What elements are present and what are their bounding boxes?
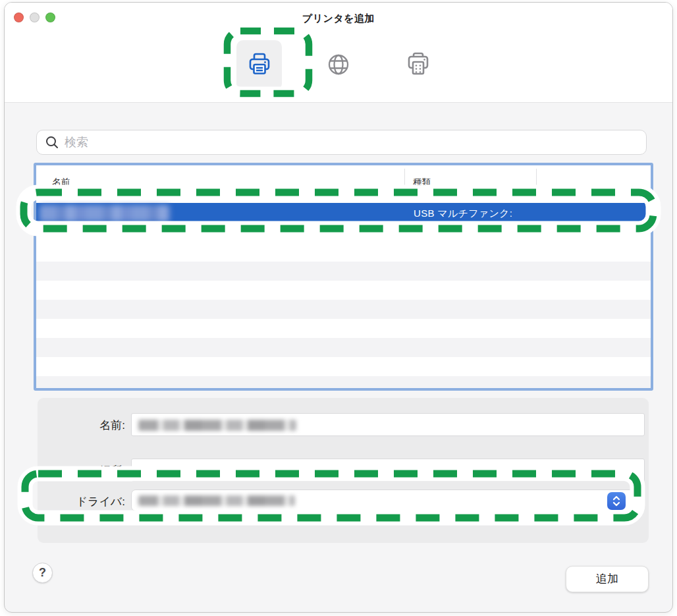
table-row[interactable] [36,376,651,388]
column-header-name[interactable]: 名前 [52,177,70,188]
printer-kind-cell: USB マルチファンク: [414,203,512,224]
driver-label: ドライバ: [38,494,125,509]
add-printer-window: プリンタを追加 [4,2,673,613]
add-button[interactable]: 追加 [566,566,649,592]
redacted-name-value [138,420,296,431]
printer-details-panel: 名前: 場所: User の MacBook ドライバ: [38,398,649,543]
titlebar: プリンタを追加 [5,3,672,103]
search-input[interactable] [65,136,646,150]
redacted-driver-value [138,495,295,506]
table-row[interactable] [36,338,651,357]
globe-icon [326,52,351,80]
printer-icon [246,50,273,80]
help-button[interactable]: ? [32,563,53,583]
tab-default-printer[interactable] [236,40,282,90]
table-row[interactable] [36,262,651,281]
search-icon [45,135,59,150]
driver-popup-stepper[interactable] [607,492,626,510]
tab-windows-printer[interactable] [404,51,433,81]
screenshot-stage: プリンタを追加 [0,0,677,616]
table-row-selected-printer[interactable]: USB マルチファンク: [36,203,651,224]
table-row[interactable] [36,300,651,319]
location-field[interactable]: User の MacBook [131,459,645,482]
search-field[interactable] [36,130,647,155]
tab-ip-printer[interactable] [325,52,352,80]
column-header-kind[interactable]: 種類 [413,177,431,188]
column-divider[interactable] [404,169,405,196]
location-label: 場所: [44,463,125,478]
name-field[interactable] [131,413,645,436]
location-value: User の MacBook [138,463,230,479]
network-printer-icon [404,50,432,82]
window-title: プリンタを追加 [5,13,672,25]
up-down-chevrons-icon [612,495,621,507]
name-label: 名前: [44,418,125,433]
driver-popup[interactable] [131,490,637,511]
column-divider[interactable] [536,169,537,196]
redacted-printer-name [40,205,170,222]
